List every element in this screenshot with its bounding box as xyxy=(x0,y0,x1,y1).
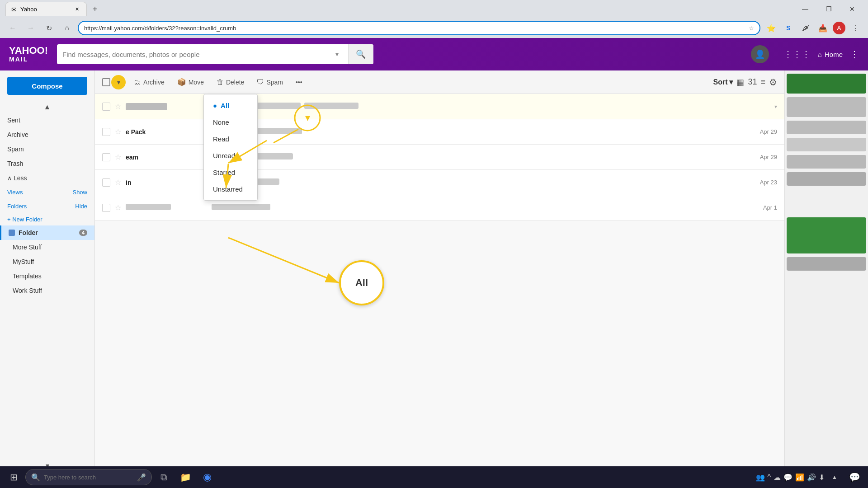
templates-label: Templates xyxy=(13,272,42,280)
taskbar-search[interactable]: 🔍 🎤 xyxy=(25,469,152,485)
sidebar-item-folder[interactable]: Folder 4 xyxy=(0,225,94,240)
more-options-icon[interactable]: ⋮ xyxy=(848,21,863,35)
message-icon[interactable]: 💬 xyxy=(783,473,793,482)
up-arrow-icon[interactable]: ^ xyxy=(768,473,771,481)
cloud-icon[interactable]: ☁ xyxy=(774,473,781,482)
home-button[interactable]: ⌂ xyxy=(60,21,74,35)
sidebar-item-spam[interactable]: Spam xyxy=(0,142,94,156)
extensions-icon[interactable]: ⭐ xyxy=(764,21,778,35)
right-panel xyxy=(784,70,868,472)
sidebar-item-templates[interactable]: Templates xyxy=(0,269,94,283)
download-ext-icon[interactable]: 📥 xyxy=(816,21,830,35)
right-panel-block-3 xyxy=(787,121,866,134)
email-checkbox[interactable] xyxy=(102,103,110,111)
filter-option-all[interactable]: ● All xyxy=(204,97,257,114)
move-icon: 📦 xyxy=(177,78,186,86)
start-button[interactable]: ⊞ xyxy=(4,467,24,487)
sidebar-item-work-stuff[interactable]: Work Stuff xyxy=(0,283,94,298)
email-item-3[interactable]: ☆ eam Apr 29 xyxy=(95,145,784,170)
browser-tab[interactable]: ✉ Yahoo ✕ xyxy=(5,2,87,16)
grid-view-icon[interactable]: ▦ xyxy=(736,77,744,87)
filter-option-read[interactable]: Read xyxy=(204,131,257,147)
star-icon-4[interactable]: ☆ xyxy=(115,178,121,187)
filter-option-starred[interactable]: Starred xyxy=(204,164,257,181)
more-actions-button[interactable]: ••• xyxy=(291,76,307,89)
select-all-checkbox[interactable] xyxy=(102,78,110,86)
email-checkbox-3[interactable] xyxy=(102,153,110,161)
search-button[interactable]: 🔍 xyxy=(348,44,373,64)
settings-icon[interactable]: ⚙ xyxy=(769,77,777,88)
compose-button[interactable]: Compose xyxy=(7,77,87,95)
sidebar-item-less[interactable]: ∧ Less xyxy=(0,171,94,185)
spam-button[interactable]: 🛡 Spam xyxy=(252,75,288,89)
email-chevron[interactable]: ▾ xyxy=(774,103,777,110)
email-subject xyxy=(228,103,770,110)
refresh-button[interactable]: ↻ xyxy=(42,21,56,35)
sidebar-item-archive[interactable]: Archive xyxy=(0,127,94,142)
network-people-icon[interactable]: 👥 xyxy=(756,473,765,482)
move-button[interactable]: 📦 Move xyxy=(173,75,208,89)
views-show-label[interactable]: Show xyxy=(72,189,87,196)
sort-button[interactable]: Sort ▾ xyxy=(713,78,733,86)
delete-button[interactable]: 🗑 Delete xyxy=(212,75,249,89)
notification-button[interactable]: 💬 xyxy=(844,467,864,487)
pepper-icon[interactable]: 🌶 xyxy=(798,21,813,35)
mic-icon[interactable]: 🎤 xyxy=(137,473,146,482)
email-checkbox-4[interactable] xyxy=(102,178,110,187)
home-button[interactable]: ⌂ Home xyxy=(818,51,843,58)
select-dropdown-button[interactable]: ▾ xyxy=(111,75,126,89)
email-item-5[interactable]: ☆ Apr 1 xyxy=(95,195,784,221)
volume-icon[interactable]: 🔊 xyxy=(807,473,816,482)
email-item-ad[interactable]: ☆ ●●●●on.com AD ▾ xyxy=(95,94,784,119)
chrome-button[interactable]: ◉ xyxy=(197,467,217,487)
url-input[interactable]: https://mail.yahoo.com/d/folders/32?reas… xyxy=(78,21,760,35)
filter-option-none[interactable]: None xyxy=(204,114,257,131)
wifi-icon[interactable]: 📶 xyxy=(795,473,804,482)
minimize-button[interactable]: — xyxy=(795,2,816,16)
translate-icon[interactable]: S xyxy=(781,21,796,35)
star-icon[interactable]: ☆ xyxy=(115,102,121,111)
file-explorer-button[interactable]: 📁 xyxy=(175,467,195,487)
email-item-4[interactable]: ☆ in Apr 23 xyxy=(95,170,784,195)
new-tab-button[interactable]: + xyxy=(89,3,101,15)
back-button[interactable]: ← xyxy=(5,21,20,35)
folders-hide-label[interactable]: Hide xyxy=(75,203,87,210)
sidebar-item-trash[interactable]: Trash xyxy=(0,156,94,171)
star-icon-3[interactable]: ☆ xyxy=(115,153,121,161)
maximize-button[interactable]: ❐ xyxy=(818,2,839,16)
star-icon-5[interactable]: ☆ xyxy=(115,203,121,212)
profile-icon[interactable]: A xyxy=(833,22,845,34)
search-dropdown-button[interactable]: ▾ xyxy=(330,47,344,61)
all-circle-label: All xyxy=(355,277,368,289)
download-icon[interactable]: ⬇ xyxy=(819,473,825,482)
filter-option-unstarred[interactable]: Unstarred xyxy=(204,181,257,197)
search-box[interactable]: ▾ 🔍 xyxy=(57,44,373,64)
read-label: Read xyxy=(213,135,229,143)
avatar[interactable]: 👤 xyxy=(751,45,769,63)
star-icon-2[interactable]: ☆ xyxy=(115,127,121,136)
list-view-icon[interactable]: ≡ xyxy=(760,77,765,87)
filter-option-unread[interactable]: Unread xyxy=(204,147,257,164)
more-options-button[interactable]: ⋮ xyxy=(850,49,859,60)
calendar-view-icon[interactable]: 31 xyxy=(748,77,757,87)
views-section-header[interactable]: Views Show xyxy=(0,185,94,199)
email-checkbox-5[interactable] xyxy=(102,204,110,212)
sidebar-scroll-up[interactable]: ▲ xyxy=(0,101,94,113)
tab-close-button[interactable]: ✕ xyxy=(73,5,81,14)
folders-section-header[interactable]: Folders Hide xyxy=(0,199,94,213)
new-folder-button[interactable]: + New Folder xyxy=(0,213,94,225)
archive-button[interactable]: 🗂 Archive xyxy=(129,75,169,89)
close-button[interactable]: ✕ xyxy=(842,2,863,16)
bookmark-icon[interactable]: ☆ xyxy=(749,25,754,32)
email-item-2[interactable]: ☆ e Pack Apr 29 xyxy=(95,119,784,145)
sidebar-item-sent[interactable]: Sent xyxy=(0,113,94,127)
email-checkbox-2[interactable] xyxy=(102,128,110,136)
email-subject-2 xyxy=(212,128,741,136)
task-view-button[interactable]: ⧉ xyxy=(154,467,174,487)
taskbar-search-input[interactable] xyxy=(44,474,133,481)
sidebar-item-mystuff[interactable]: MyStuff xyxy=(0,254,94,269)
sidebar-item-more-stuff[interactable]: More Stuff xyxy=(0,240,94,254)
forward-button[interactable]: → xyxy=(24,21,38,35)
search-input[interactable] xyxy=(62,51,326,58)
apps-grid-icon[interactable]: ⋮⋮⋮ xyxy=(783,49,811,60)
